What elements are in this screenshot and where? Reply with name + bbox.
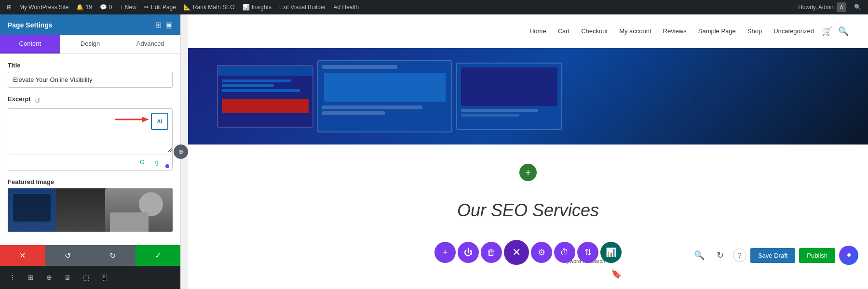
nav-shop[interactable]: Shop [747, 27, 762, 35]
page-content: + Our SEO Services [188, 144, 868, 289]
grammarly-icon[interactable]: G [136, 157, 148, 168]
screen-right [456, 63, 562, 130]
ai-button[interactable]: AI [151, 113, 168, 130]
mobile-view-icon[interactable]: 📱 [95, 269, 113, 286]
ft-power-button[interactable]: ⏻ [458, 242, 479, 263]
redo-icon: ↻ [109, 251, 116, 260]
expand-icon[interactable]: ⊞ [155, 20, 162, 29]
tab-advanced[interactable]: Advanced [120, 35, 180, 53]
notifications[interactable]: 🔔 19 [73, 0, 95, 14]
publish-button[interactable]: Publish [799, 248, 835, 263]
comments[interactable]: 💬 0 [97, 0, 115, 14]
site-name-label: My WordPress Site [19, 4, 68, 11]
panel-icon-bar: ⋮ ⊞ ⊕ 🖥 ⬚ 📱 [0, 266, 180, 289]
ft-trash-button[interactable]: 🗑 [481, 242, 502, 263]
ft-clock-button[interactable]: ⏱ [554, 242, 575, 263]
ft-sliders-button[interactable]: ⇅ [577, 242, 598, 263]
insights-icon: 📊 [243, 4, 250, 11]
ft-chart-icon: 📊 [606, 247, 616, 258]
tabs-row: Content Design Advanced [0, 35, 180, 54]
notifications-count: 19 [85, 4, 92, 11]
nav-search-icon[interactable]: 🔍 [838, 26, 849, 37]
wp-logo[interactable]: ⊞ [4, 0, 14, 14]
svg-marker-1 [142, 117, 149, 122]
excerpt-area: AI G g [8, 108, 173, 171]
nav-my-account[interactable]: My account [619, 27, 651, 35]
ft-clock-icon: ⏱ [560, 248, 569, 258]
tablet-view-icon[interactable]: ⬚ [77, 269, 95, 286]
search-panel-icon[interactable]: ⊕ [41, 269, 58, 286]
ai-circle-icon: ✦ [845, 250, 853, 261]
ft-plus-icon: + [443, 248, 448, 258]
nav-sample-page[interactable]: Sample Page [698, 27, 736, 35]
insights-button[interactable]: 📊 Insights [240, 0, 274, 14]
desktop-view-icon[interactable]: 🖥 [59, 269, 76, 286]
featured-image-thumb[interactable] [8, 188, 173, 232]
tool-dot [165, 164, 169, 168]
add-block-button[interactable]: + [519, 164, 537, 181]
rank-math-icon: 📐 [184, 4, 191, 11]
drag-handle[interactable]: ⊕ [174, 144, 188, 159]
howdy-user[interactable]: Howdy, Admin A [795, 2, 849, 12]
hero-area [188, 48, 868, 144]
plus-icon: + [525, 167, 531, 178]
rank-math-button[interactable]: 📐 Rank Math SEO [181, 0, 238, 14]
ad-health-button[interactable]: Ad Health [330, 0, 362, 14]
edit-page-button[interactable]: ✏ Edit Page [141, 0, 179, 14]
exit-visual-builder-button[interactable]: Exit Visual Builder [276, 0, 329, 14]
featured-image-section: Featured Image [8, 178, 173, 232]
title-label: Title [8, 62, 173, 69]
monitor-blue-screen [324, 73, 446, 102]
excerpt-reset-icon[interactable]: ↺ [35, 97, 41, 105]
tab-design[interactable]: Design [60, 35, 121, 53]
nav-links: Home Cart Checkout My account Reviews Sa… [529, 27, 814, 35]
save-draft-button[interactable]: Save Draft [750, 248, 795, 263]
redo-button[interactable]: ↻ [90, 245, 136, 266]
ad-health-label: Ad Health [333, 4, 359, 11]
nav-cart[interactable]: Cart [558, 27, 570, 35]
ft-gear-button[interactable]: ⚙ [531, 242, 552, 263]
ft-add-button[interactable]: + [434, 242, 456, 263]
arrow-indicator [115, 115, 149, 126]
search-button[interactable]: 🔍 [851, 4, 864, 11]
nav-uncategorized[interactable]: Uncategorized [773, 27, 814, 35]
site-name[interactable]: My WordPress Site [16, 0, 71, 14]
right-help-icon[interactable]: ? [733, 249, 746, 262]
grid-view-icon[interactable]: ⊞ [22, 269, 40, 286]
code-lines [218, 78, 312, 115]
undo-button[interactable]: ↺ [45, 245, 91, 266]
ft-power-icon: ⏻ [464, 248, 473, 258]
ft-main-button[interactable]: ✕ [504, 240, 529, 265]
hero-screens [188, 48, 868, 144]
pencil-icon: ✏ [144, 4, 149, 11]
cart-icon[interactable]: 🛒 [822, 26, 832, 37]
nav-checkout[interactable]: Checkout [581, 27, 608, 35]
dual-view-icon[interactable]: ▣ [165, 20, 173, 29]
comments-count: 0 [109, 4, 112, 11]
nav-reviews[interactable]: Reviews [663, 27, 687, 35]
cancel-button[interactable]: ✕ [0, 245, 45, 266]
ai-assistant-button[interactable]: ✦ [839, 246, 858, 265]
right-refresh-icon[interactable]: ↻ [712, 247, 729, 264]
excerpt-label: Excerpt [8, 95, 31, 103]
page-settings-title: Page Settings [8, 21, 53, 29]
floating-toolbar: + ⏻ 🗑 ✕ ⚙ ⏱ ⇅ 📊 🔖 [434, 240, 622, 265]
main-layout: Page Settings ⊞ ▣ Content Design Advance… [0, 14, 868, 289]
bookmark-icon: 🔖 [611, 269, 622, 279]
page-settings-header: Page Settings ⊞ ▣ [0, 14, 180, 35]
confirm-button[interactable]: ✓ [136, 245, 181, 266]
ft-chart-button[interactable]: 📊 [600, 242, 622, 263]
new-button[interactable]: + New [117, 0, 139, 14]
dots-menu-icon[interactable]: ⋮ [4, 269, 21, 286]
excerpt-tools: G g [8, 154, 172, 170]
right-search-icon[interactable]: 🔍 [691, 247, 708, 264]
wp-icon: ⊞ [7, 4, 12, 11]
tab-content[interactable]: Content [0, 35, 60, 53]
grammar-check-icon[interactable]: g [151, 157, 163, 168]
title-input[interactable] [8, 72, 173, 88]
nav-home[interactable]: Home [529, 27, 546, 35]
screen-monitor-center [317, 60, 452, 132]
nav-icons: 🛒 🔍 [822, 26, 849, 37]
admin-bar-right: Howdy, Admin A 🔍 [795, 2, 864, 12]
ft-gear-icon: ⚙ [538, 247, 545, 258]
